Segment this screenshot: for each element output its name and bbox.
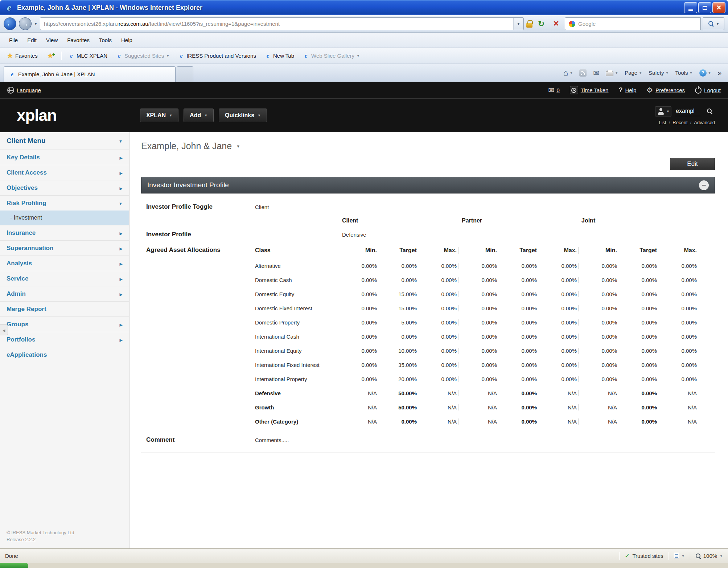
collapse-panel-button[interactable] [699, 180, 709, 190]
favorites-bar: Favorites MLC XPLANSuggested SitesIRESS … [0, 48, 728, 64]
nav-xplan-button[interactable]: XPLAN [140, 109, 178, 122]
investor-profile-row: Investor Profile Defensive [146, 227, 715, 242]
sidebar-item-client-menu[interactable]: Client Menu [0, 132, 129, 150]
print-button[interactable] [606, 69, 618, 76]
toolbar-overflow-button[interactable] [717, 69, 721, 77]
minimize-button[interactable] [684, 2, 697, 13]
client-name: Example, John & Jane [141, 141, 232, 151]
chevron-down-icon [716, 22, 719, 26]
app-search-input[interactable]: exampl [675, 106, 700, 116]
sidebar-item-investment[interactable]: Investment [0, 211, 129, 225]
zoom-control[interactable]: 100% [695, 553, 723, 559]
menu-item-help[interactable]: Help [116, 35, 137, 45]
menu-item-favorites[interactable]: Favorites [62, 35, 94, 45]
sidebar-item-label: Service [7, 275, 29, 282]
value-group-partner: 0.00%0.00%0.00% [458, 291, 578, 297]
app-search-button[interactable] [704, 106, 715, 117]
new-tab-button[interactable] [177, 66, 193, 82]
stop-button[interactable] [550, 18, 562, 30]
allocation-value: N/A [579, 418, 618, 425]
preferences-link[interactable]: Preferences [646, 86, 685, 94]
allocation-value: 0.00% [538, 305, 578, 311]
logout-label: Logout [704, 87, 721, 93]
close-button[interactable] [712, 2, 725, 13]
history-dropdown-button[interactable] [34, 22, 37, 26]
allocation-value: 0.00% [418, 376, 458, 382]
search-scope-advanced[interactable]: Advanced [694, 120, 715, 125]
client-selector[interactable]: Example, John & Jane [141, 141, 715, 151]
menu-item-edit[interactable]: Edit [22, 35, 41, 45]
add-favorite-button[interactable] [44, 50, 58, 62]
user-avatar-button[interactable] [655, 106, 671, 117]
ie-help-button[interactable] [699, 69, 711, 77]
sidebar-item-superannuation[interactable]: Superannuation [0, 240, 129, 256]
time-taken-link[interactable]: Time Taken [570, 86, 609, 94]
address-dropdown-button[interactable] [513, 18, 523, 30]
refresh-button[interactable] [535, 18, 547, 30]
edit-button[interactable]: Edit [670, 158, 715, 170]
sidebar-item-eapplications[interactable]: eApplications [0, 347, 129, 362]
sidebar-item-risk-profiling[interactable]: Risk Profiling [0, 195, 129, 211]
search-scope-list[interactable]: List [659, 120, 666, 125]
favorites-item-new-tab[interactable]: New Tab [261, 50, 298, 61]
nav-add-button[interactable]: Add [184, 109, 214, 122]
back-button[interactable] [4, 17, 16, 30]
search-scope-recent[interactable]: Recent [673, 120, 687, 125]
menu-item-tools[interactable]: Tools [94, 35, 116, 45]
sidebar-item-admin[interactable]: Admin [0, 286, 129, 301]
ie-page-icon [68, 52, 74, 60]
browser-tab[interactable]: Example, John & Jane | XPLAN [4, 66, 176, 82]
entity-header-row: ClientPartnerJoint [146, 214, 715, 227]
sidebar-item-portfolios[interactable]: Portfolios [0, 332, 129, 347]
menu-item-view[interactable]: View [41, 35, 62, 45]
security-zone[interactable]: Trusted sites [625, 552, 663, 560]
sidebar-item-key-details[interactable]: Key Details [0, 150, 129, 165]
protected-mode-indicator[interactable] [674, 553, 685, 559]
title-bar: Example, John & Jane | XPLAN - Windows I… [0, 0, 728, 15]
allocation-value: 0.00% [418, 362, 458, 368]
allocation-value: 0.00% [579, 305, 618, 311]
feeds-button[interactable] [579, 69, 587, 77]
sidebar-item-client-access[interactable]: Client Access [0, 165, 129, 180]
sidebar-item-service[interactable]: Service [0, 271, 129, 286]
allocation-value: 0.00% [338, 376, 378, 382]
favorites-item-suggested-sites[interactable]: Suggested Sites [112, 50, 173, 61]
sidebar-collapse-handle[interactable] [0, 324, 8, 335]
start-button-fragment[interactable] [0, 563, 28, 568]
menu-item-file[interactable]: File [4, 35, 22, 45]
address-bar[interactable]: https://conversiontest26.xplan. iress.co… [40, 17, 524, 30]
favorites-item-iress-product-and-versions[interactable]: IRESS Product and Versions [174, 50, 260, 61]
allocation-value: 0.00% [498, 263, 538, 269]
command-tools-button[interactable]: Tools [675, 70, 693, 76]
home-button[interactable] [563, 68, 573, 78]
sidebar-item-insurance[interactable]: Insurance [0, 225, 129, 240]
forward-button[interactable] [19, 17, 32, 30]
search-go-button[interactable] [703, 17, 724, 30]
favorites-item-web-slice-gallery[interactable]: Web Slice Gallery [299, 50, 363, 61]
read-mail-button[interactable] [593, 69, 599, 77]
sidebar-item-merge-report[interactable]: Merge Report [0, 301, 129, 316]
allocation-value: 0.00% [338, 277, 378, 283]
allocation-value: 0.00% [458, 334, 498, 340]
messages-link[interactable]: 0 [548, 86, 559, 94]
sidebar-item-objectives[interactable]: Objectives [0, 180, 129, 195]
favorites-item-mlc-xplan[interactable]: MLC XPLAN [65, 50, 111, 61]
value-group-partner: 0.00%0.00%0.00% [458, 319, 578, 326]
logout-link[interactable]: Logout [695, 87, 721, 94]
value-group-joint: 0.00%0.00%0.00% [578, 291, 698, 297]
nav-quicklinks-button[interactable]: Quicklinks [219, 109, 267, 122]
printer-icon [606, 71, 613, 76]
language-link[interactable]: Language [7, 87, 41, 94]
help-link[interactable]: Help [618, 86, 636, 94]
browser-search-box[interactable]: Google [565, 17, 701, 30]
sidebar-item-groups[interactable]: Groups [0, 316, 129, 332]
lock-icon[interactable] [526, 23, 532, 28]
command-page-button[interactable]: Page [625, 70, 642, 76]
value-group-client: 0.00%0.00%0.00% [338, 263, 458, 269]
allocation-value: 0.00% [338, 305, 378, 311]
sidebar-item-analysis[interactable]: Analysis [0, 256, 129, 271]
favorites-button[interactable]: Favorites [4, 50, 41, 62]
restore-button[interactable] [698, 2, 711, 13]
xplan-logo[interactable]: xplan [17, 106, 57, 124]
command-safety-button[interactable]: Safety [649, 70, 669, 76]
